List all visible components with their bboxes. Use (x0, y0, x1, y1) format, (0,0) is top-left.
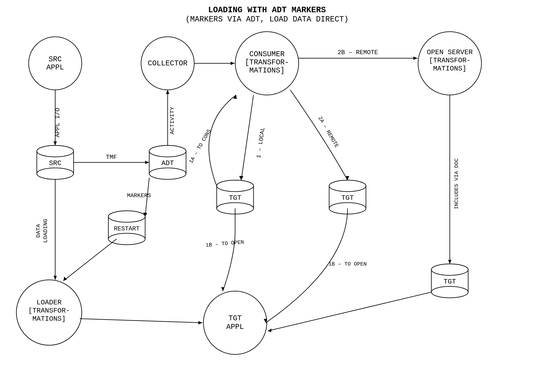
appl-io-label: APPL I/O (54, 108, 61, 137)
loader-label2: [TRANSFOR- (28, 307, 70, 315)
loader-to-tgt-appl-line (80, 319, 202, 323)
src-appl-label2: APPL (46, 63, 64, 72)
consumer-to-open-server-arrow (413, 56, 417, 60)
tgt-bottom-to-tgt-appl-arrow (268, 328, 271, 332)
src-db-bottom (37, 168, 74, 179)
svg-point-0 (37, 145, 74, 157)
src-appl-to-src-db-arrow (54, 141, 57, 145)
tgt-bottom-to-tgt-appl-line (268, 292, 431, 331)
consumer-to-tgt-local-arrow (239, 176, 243, 180)
loader-to-tgt-appl-arrow (198, 321, 202, 324)
1b-to-open-local-path (223, 208, 235, 291)
markers-label: MARKERS (127, 192, 151, 199)
src-db-label: SRC (49, 159, 61, 167)
2a-remote-label: 2A – REMOTE (317, 115, 340, 149)
open-server-to-tgt-bottom-arrow (448, 260, 451, 264)
svg-point-3 (217, 180, 254, 191)
restart-to-loader-line (63, 239, 117, 281)
adt-db-label: ADT (161, 159, 174, 167)
title: LOADING WITH ADT MARKERS (208, 5, 326, 15)
tgt-appl-label2: APPL (226, 323, 244, 331)
tgt-bottom-db-label: TGT (444, 278, 456, 285)
activity-label: ACTIVITY (169, 107, 175, 134)
2a-remote-path (290, 90, 348, 180)
restart-db-bottom (108, 233, 145, 245)
collector-to-consumer-arrow (231, 62, 235, 65)
tgt-local-db-label: TGT (229, 194, 241, 202)
tgt-appl-label1: TGT (229, 314, 242, 322)
src-appl-label1: SRC (49, 55, 62, 64)
subtitle: (MARKERS VIA ADT, LOAD DATA DIRECT) (185, 15, 349, 24)
svg-point-2 (108, 211, 145, 222)
src-to-loader-arrow (54, 276, 57, 280)
tgt-bottom-db-bottom (431, 286, 468, 298)
1b-to-open-arrow (221, 287, 224, 291)
loader-label3: MATIONS] (32, 315, 66, 323)
consumer-label2: [TRANSFOR- (245, 58, 289, 67)
1-local-label: 1 – LOCAL (255, 127, 266, 159)
consumer-to-tgt-local-line (241, 95, 254, 180)
diagram-container: LOADING WITH ADT MARKERS (MARKERS VIA AD… (0, 0, 534, 392)
open-server-label2: [TRANSFOR- (429, 56, 471, 64)
collector-label: COLLECTOR (148, 59, 188, 68)
adt-db-bottom (149, 168, 186, 179)
1b-to-open-label: 1B – TO OPEN (205, 239, 244, 248)
1a-to-cons-path (209, 95, 236, 186)
tgt-remote-db-label: TGT (341, 194, 354, 202)
restart-db-label: RESTART (114, 225, 140, 232)
tmf-label: TMF (106, 154, 117, 161)
2b-remote-label: 2B – REMOTE (338, 49, 378, 56)
loader-label1: LOADER (37, 299, 61, 306)
svg-point-1 (149, 145, 186, 157)
adt-to-collector-arrow (166, 90, 169, 94)
loading-label: LOADING (42, 219, 49, 243)
open-server-label3: MATIONS] (433, 65, 466, 73)
includes-via-doc-label: INCLUDES VIA DOC (454, 158, 460, 209)
consumer-label3: MATIONS] (249, 66, 285, 75)
1b-to-open-remote-label: 1B – TO OPEN (328, 261, 367, 267)
open-server-label1: OPEN SERVER (427, 48, 473, 56)
consumer-label1: CONSUMER (249, 50, 285, 58)
svg-point-4 (329, 180, 366, 191)
src-to-adt-arrow (145, 161, 149, 164)
svg-point-5 (431, 264, 468, 275)
data-loading-label: DATA (35, 224, 42, 238)
